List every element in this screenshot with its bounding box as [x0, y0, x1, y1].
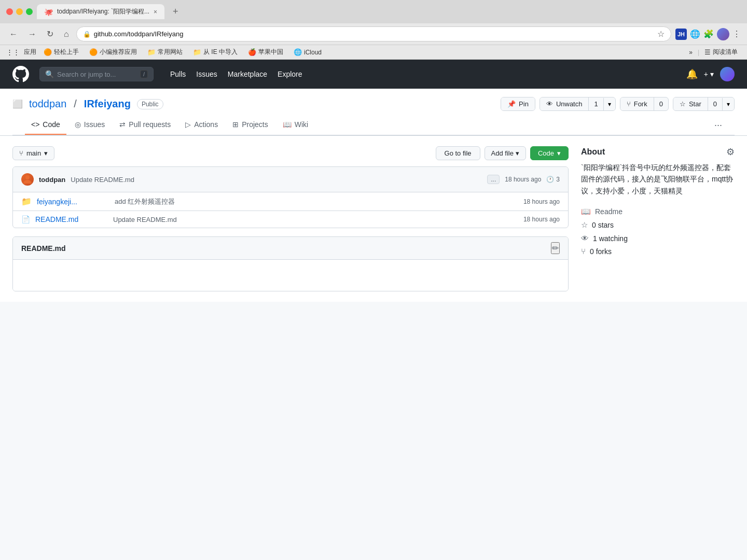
- pin-button[interactable]: 📌 Pin: [501, 97, 535, 110]
- search-shortcut: /: [140, 70, 148, 78]
- github-nav: Pulls Issues Marketplace Explore: [170, 70, 302, 78]
- nav-pulls[interactable]: Pulls: [170, 70, 186, 78]
- branch-selector[interactable]: ⑂ main ▾: [12, 146, 54, 160]
- repo-name-link[interactable]: IRfeiyang: [84, 98, 131, 110]
- latest-commit-row: toddpan Update README.md ... 18 hours ag…: [13, 167, 568, 192]
- browser-extensions: JH 🌐 🧩 ⋮: [675, 28, 741, 40]
- bookmark-readinglist[interactable]: » | ☰ 阅读清单: [686, 47, 741, 58]
- new-tab-button[interactable]: +: [169, 4, 183, 19]
- repo-actions: 📌 Pin 👁 Unwatch 1 ▾ ⑂ Fork: [501, 97, 735, 111]
- browser-tab[interactable]: 🐙 toddpan/IRfeiyang: `阳阳学编程... ×: [37, 4, 164, 19]
- code-button[interactable]: Code ▾: [530, 146, 569, 160]
- goto-file-button[interactable]: Go to file: [436, 146, 480, 160]
- bookmark-apple[interactable]: 🍎 苹果中国: [245, 47, 286, 58]
- readme-icon: 📖: [581, 207, 591, 216]
- reading-list-icon: ☰: [704, 48, 711, 56]
- repo-header-container: ⬜ toddpan / IRfeiyang Public 📌 Pin 👁 Unw…: [0, 89, 747, 302]
- tab-pulls[interactable]: ⇄ Pull requests: [113, 115, 177, 135]
- unwatch-button[interactable]: 👁 Unwatch: [540, 97, 589, 110]
- readme-edit-button[interactable]: ✏: [551, 242, 560, 254]
- jh-extension-icon[interactable]: JH: [675, 29, 687, 40]
- about-stat-forks[interactable]: ⑂ 0 forks: [581, 245, 735, 258]
- file-doc-icon: 📄: [21, 215, 30, 223]
- browser-toolbar: ← → ↻ ⌂ 🔒 ☆ JH 🌐 🧩 ⋮: [0, 23, 747, 45]
- pin-label: Pin: [519, 100, 529, 108]
- dot-yellow[interactable]: [16, 8, 23, 15]
- repo-owner-link[interactable]: toddpan: [29, 98, 66, 110]
- issues-tab-icon: ◎: [75, 120, 81, 129]
- about-stat-readme[interactable]: 📖 Readme: [581, 205, 735, 218]
- browser-menu-button[interactable]: ⋮: [732, 29, 741, 39]
- svg-point-0: [25, 175, 30, 179]
- table-row: 📁 feiyangkeji... add 红外射频遥控器 18 hours ag…: [13, 192, 568, 211]
- bookmark-changyong[interactable]: 📁 常用网站: [144, 47, 186, 58]
- unwatch-dropdown[interactable]: ▾: [603, 98, 615, 110]
- code-btn-dropdown: ▾: [557, 149, 561, 157]
- tab-wiki[interactable]: 📖 Wiki: [276, 115, 314, 135]
- more-tabs-button[interactable]: ···: [714, 120, 722, 131]
- tab-close-icon[interactable]: ×: [154, 8, 157, 16]
- actions-tab-label: Actions: [194, 120, 218, 129]
- repo-tabs: <> Code ◎ Issues ⇄ Pull requests ▷ Actio…: [12, 115, 735, 135]
- add-file-button[interactable]: Add file ▾: [485, 146, 526, 160]
- github-logo[interactable]: [12, 66, 29, 82]
- nav-marketplace[interactable]: Marketplace: [228, 70, 267, 78]
- tab-issues[interactable]: ◎ Issues: [68, 115, 111, 135]
- home-button[interactable]: ⌂: [61, 29, 72, 40]
- tab-code[interactable]: <> Code: [25, 115, 66, 135]
- bookmark-qingsong[interactable]: 🟠 轻松上手: [40, 47, 82, 58]
- file-commit-msg: add 红外射频遥控器: [115, 197, 518, 206]
- bookmark-star-icon[interactable]: ☆: [657, 29, 665, 39]
- bookmark-icloud[interactable]: 🌐 iCloud: [290, 47, 325, 57]
- bookmark-ie[interactable]: 📁 从 IE 中导入: [190, 47, 241, 58]
- puzzle-extension-icon[interactable]: 🧩: [703, 29, 714, 39]
- bookmark-more-label: »: [689, 49, 693, 56]
- commit-history[interactable]: 🕐 3: [546, 176, 560, 183]
- globe-extension-icon[interactable]: 🌐: [690, 29, 700, 39]
- issues-tab-label: Issues: [84, 120, 105, 129]
- nav-explore[interactable]: Explore: [278, 70, 302, 78]
- github-header: 🔍 Search or jump to... / Pulls Issues Ma…: [0, 60, 747, 89]
- github-search[interactable]: 🔍 Search or jump to... /: [39, 67, 154, 81]
- dot-green[interactable]: [26, 8, 33, 15]
- file-name-link[interactable]: feiyangkeji...: [37, 198, 109, 206]
- tab-actions[interactable]: ▷ Actions: [179, 115, 224, 135]
- code-tab-label: Code: [43, 120, 60, 129]
- commit-more-button[interactable]: ...: [487, 175, 500, 184]
- user-avatar-extension[interactable]: [717, 28, 729, 40]
- tab-projects[interactable]: ⊞ Projects: [226, 115, 274, 135]
- forward-button[interactable]: →: [25, 29, 39, 40]
- new-item-button[interactable]: + ▾: [704, 70, 714, 78]
- chrome-icon-2: 🟠: [89, 48, 98, 56]
- pulls-tab-label: Pull requests: [129, 120, 171, 129]
- star-dropdown[interactable]: ▾: [722, 98, 734, 110]
- notifications-button[interactable]: 🔔: [686, 68, 698, 80]
- bookmark-tuijian[interactable]: 🟠 小编推荐应用: [86, 47, 140, 58]
- repo-main: ⑂ main ▾ Go to file Add file ▾ Code ▾: [12, 146, 569, 291]
- url-input[interactable]: [94, 30, 654, 38]
- address-bar[interactable]: 🔒 ☆: [76, 26, 671, 41]
- dot-red[interactable]: [6, 8, 13, 15]
- about-stat-stars[interactable]: ☆ 0 stars: [581, 218, 735, 232]
- user-avatar[interactable]: [720, 67, 735, 81]
- bookmark-ie-label: 从 IE 中导入: [203, 48, 238, 57]
- about-stat-watching[interactable]: 👁 1 watching: [581, 232, 735, 245]
- file-name-link[interactable]: README.md: [35, 215, 108, 223]
- unwatch-button-group: 👁 Unwatch 1 ▾: [540, 97, 616, 111]
- stars-icon: ☆: [581, 220, 588, 230]
- table-row: 📄 README.md Update README.md 18 hours ag…: [13, 211, 568, 228]
- fork-button[interactable]: ⑂ Fork: [620, 97, 654, 110]
- search-placeholder: Search or jump to...: [57, 71, 137, 78]
- nav-issues[interactable]: Issues: [196, 70, 217, 78]
- commit-author-name[interactable]: toddpan: [39, 176, 65, 184]
- commit-author-avatar: [21, 173, 34, 186]
- unwatch-label: Unwatch: [556, 100, 583, 108]
- readme-stat-label: Readme: [595, 207, 622, 216]
- bookmark-changyong-label: 常用网站: [158, 48, 183, 57]
- about-settings-icon[interactable]: ⚙: [726, 146, 735, 158]
- repo-header: ⬜ toddpan / IRfeiyang Public 📌 Pin 👁 Unw…: [0, 89, 747, 136]
- commit-message[interactable]: Update README.md: [71, 176, 482, 184]
- refresh-button[interactable]: ↻: [44, 28, 57, 40]
- star-button[interactable]: ☆ Star: [673, 97, 708, 110]
- back-button[interactable]: ←: [6, 29, 21, 40]
